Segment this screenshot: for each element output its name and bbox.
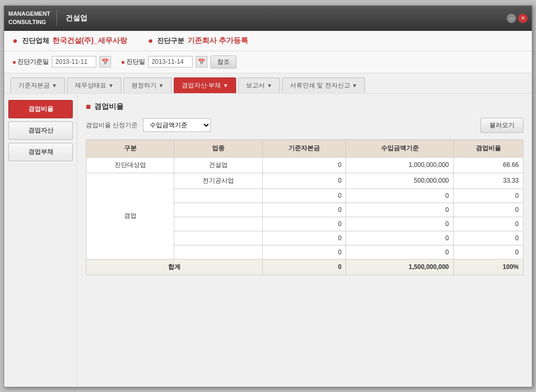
criteria-row: 겸업비율 산정기준 수입금액기준 기준자본금기준 불러오기 (86, 118, 523, 133)
col-header-category: 구분 (86, 139, 174, 157)
cell-ratio-4: 0 (453, 203, 523, 217)
window-controls: – ✕ (507, 14, 528, 23)
cell-ratio-construction: 66.66 (453, 157, 523, 173)
tab-base-capital[interactable]: 기준자본금 ▼ (10, 77, 65, 93)
base-date-input[interactable] (52, 56, 96, 68)
col-header-type: 업종 (174, 139, 262, 157)
section-title-row: ■ 겸업비율 (86, 102, 523, 111)
cell-type-3 (174, 188, 262, 203)
cell-diagnosis-target: 진단대상업 (86, 157, 174, 173)
section-title-bullet: ■ (86, 102, 91, 111)
app-name: 건설업 (65, 14, 507, 23)
close-button[interactable]: ✕ (518, 14, 528, 23)
tab-report-arrow: ▼ (267, 83, 272, 88)
cell-ratio-7: 0 (453, 245, 523, 259)
cell-type-electrical: 전기공사업 (174, 173, 262, 188)
cell-ratio-5: 0 (453, 217, 523, 231)
cell-type-7 (174, 245, 262, 259)
cell-revenue-6: 0 (346, 231, 453, 245)
base-date-item: 진단기준일 📅 (13, 56, 111, 68)
tab-rating[interactable]: 평정하기 ▼ (124, 77, 172, 93)
diagnosis-type-value: 기존회사 추가등록 (187, 36, 248, 46)
tab-concurrent-assets-label: 겸업자산·부채 (182, 81, 221, 90)
nav-tabs: 기준자본금 ▼ 재무상태표 ▼ 평정하기 ▼ 겸업자산·부채 ▼ 보고서 ▼ 서… (4, 73, 532, 94)
diagnosis-date-item: 진단일 📅 참조 (121, 55, 237, 69)
tab-financial-statement[interactable]: 재무상태표 ▼ (67, 77, 121, 93)
diagnosis-type-info: ● 진단구분 기존회사 추가등록 (148, 36, 249, 46)
main-area: 겸업비율 겸업자산 겸업부채 ■ 겸업비율 겸업비율 산정기준 수입금액기준 기… (4, 94, 532, 387)
cell-ratio-3: 0 (453, 188, 523, 203)
diagnosis-type-label: 진단구분 (157, 36, 184, 46)
tab-print-electronic-label: 서류인쇄 및 전자신고 (290, 81, 350, 90)
cell-sum-ratio: 100% (453, 259, 523, 275)
date-bar: 진단기준일 📅 진단일 📅 참조 (4, 51, 532, 73)
tab-base-capital-arrow: ▼ (52, 83, 57, 88)
cell-base-4: 0 (262, 203, 346, 217)
cell-sum-revenue: 1,500,000,000 (346, 259, 453, 275)
cell-revenue-construction: 1,000,000,000 (346, 157, 453, 173)
tab-concurrent-assets[interactable]: 겸업자산·부채 ▼ (174, 77, 236, 93)
table-sum-row: 합계 0 1,500,000,000 100% (86, 259, 523, 275)
base-date-calendar-button[interactable]: 📅 (99, 56, 111, 68)
main-window: MANAGEMENT CONSULTING 건설업 – ✕ ● 진단업체 한국건… (4, 5, 532, 387)
diagnosis-date-label: 진단일 (121, 58, 145, 66)
company-info: ● 진단업체 한국건설(주)_세무사랑 (13, 36, 127, 46)
cell-concurrent-label: 겸업 (86, 173, 174, 259)
cell-sum-label: 합계 (86, 259, 263, 275)
tab-print-electronic-arrow: ▼ (352, 83, 358, 88)
tab-report-label: 보고서 (246, 81, 265, 90)
cell-type-6 (174, 231, 262, 245)
table-row: 겸업 전기공사업 0 500,000,000 33.33 (86, 173, 523, 188)
cell-revenue-5: 0 (346, 217, 453, 231)
table-row: 진단대상업 건설업 0 1,000,000,000 66.66 (86, 157, 523, 173)
sidebar-concurrent-assets-button[interactable]: 겸업자산 (8, 121, 73, 140)
tab-rating-label: 평정하기 (131, 81, 157, 90)
tab-financial-statement-label: 재무상태표 (75, 81, 106, 90)
sidebar-concurrent-ratio-button[interactable]: 겸업비율 (8, 100, 73, 118)
section-title-text: 겸업비율 (94, 102, 124, 111)
bullet1: ● (13, 36, 18, 46)
app-logo: MANAGEMENT CONSULTING (8, 10, 57, 26)
tab-rating-arrow: ▼ (159, 83, 164, 88)
cell-base-construction: 0 (262, 157, 346, 173)
company-label: 진단업체 (22, 36, 49, 46)
cell-base-7: 0 (262, 245, 346, 259)
minimize-button[interactable]: – (507, 14, 516, 23)
tab-concurrent-assets-arrow: ▼ (223, 83, 228, 88)
sidebar: 겸업비율 겸업자산 겸업부채 (4, 94, 77, 387)
table-header-row: 구분 업종 기준자본금 수입금액기준 겸업비율 (86, 139, 523, 157)
cell-type-construction: 건설업 (174, 157, 262, 173)
col-header-ratio: 겸업비율 (453, 139, 523, 157)
criteria-select[interactable]: 수입금액기준 기준자본금기준 (143, 118, 211, 132)
cell-base-5: 0 (262, 217, 346, 231)
bullet2: ● (148, 36, 153, 46)
tab-financial-statement-arrow: ▼ (108, 83, 114, 88)
cell-revenue-4: 0 (346, 203, 453, 217)
cell-ratio-electrical: 33.33 (453, 173, 523, 188)
company-value: 한국건설(주)_세무사랑 (52, 36, 127, 46)
load-button[interactable]: 불러오기 (481, 118, 523, 133)
cell-revenue-7: 0 (346, 245, 453, 259)
cell-ratio-6: 0 (453, 231, 523, 245)
cell-base-electrical: 0 (262, 173, 346, 188)
cell-type-4 (174, 203, 262, 217)
cell-type-5 (174, 217, 262, 231)
tab-print-electronic[interactable]: 서류인쇄 및 전자신고 ▼ (282, 77, 365, 93)
reference-button[interactable]: 참조 (210, 55, 237, 69)
concurrent-ratio-table: 구분 업종 기준자본금 수입금액기준 겸업비율 진단대상업 건설업 0 1,00… (86, 139, 523, 275)
col-header-base-capital: 기준자본금 (262, 139, 346, 157)
tab-report[interactable]: 보고서 ▼ (238, 77, 280, 93)
cell-sum-base: 0 (262, 259, 346, 275)
base-date-label: 진단기준일 (13, 58, 49, 66)
criteria-label: 겸업비율 산정기준 (86, 121, 138, 130)
sidebar-concurrent-liabilities-button[interactable]: 겸업부채 (8, 143, 73, 161)
diagnosis-date-calendar-button[interactable]: 📅 (196, 56, 207, 68)
tab-base-capital-label: 기준자본금 (18, 81, 50, 90)
cell-revenue-electrical: 500,000,000 (346, 173, 453, 188)
info-bar: ● 진단업체 한국건설(주)_세무사랑 ● 진단구분 기존회사 추가등록 (4, 31, 532, 51)
page-content: ■ 겸업비율 겸업비율 산정기준 수입금액기준 기준자본금기준 불러오기 구분 … (77, 94, 532, 387)
cell-base-6: 0 (262, 231, 346, 245)
col-header-revenue: 수입금액기준 (346, 139, 453, 157)
cell-revenue-3: 0 (346, 188, 453, 203)
diagnosis-date-input[interactable] (148, 56, 193, 68)
